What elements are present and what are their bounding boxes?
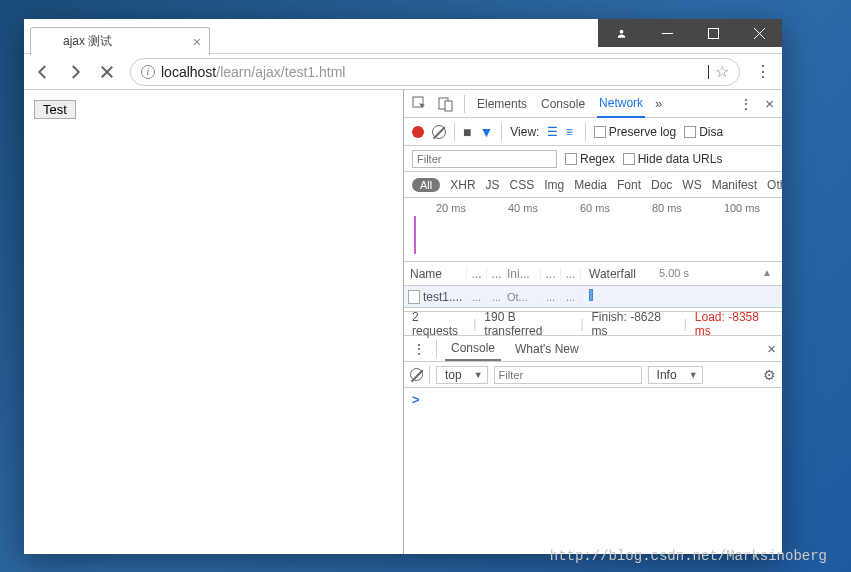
regex-checkbox[interactable]: Regex [565, 152, 615, 166]
close-button[interactable] [736, 19, 782, 47]
svg-rect-2 [708, 28, 718, 38]
type-other[interactable]: Other [767, 178, 782, 192]
test-button[interactable]: Test [34, 100, 76, 119]
svg-point-0 [619, 29, 623, 33]
url-input[interactable]: i localhost/learn/ajax/test1.html ☆ [130, 58, 740, 86]
tab-elements[interactable]: Elements [475, 91, 529, 117]
view-label: View: [510, 125, 539, 139]
disable-cache-checkbox[interactable]: Disa [684, 125, 723, 139]
more-tabs-icon[interactable]: » [655, 96, 662, 111]
network-filter-row: Regex Hide data URLs [404, 146, 782, 172]
browser-tab[interactable]: ajax 测试 × [30, 27, 210, 55]
devtools-panel: Elements Console Network » ⋮ × ■ ▼ View:… [404, 90, 782, 554]
col-initiator[interactable]: Ini... [506, 267, 540, 281]
screenshot-icon[interactable]: ■ [463, 124, 471, 140]
hide-data-urls-checkbox[interactable]: Hide data URLs [623, 152, 723, 166]
bookmark-star-icon[interactable]: ☆ [715, 62, 729, 81]
type-doc[interactable]: Doc [651, 178, 672, 192]
overview-ticks: 20 ms 40 ms 60 ms 80 ms 100 ms [404, 202, 782, 214]
svg-rect-1 [662, 33, 673, 34]
type-img[interactable]: Img [544, 178, 564, 192]
cursor-icon [708, 65, 709, 79]
window-controls [598, 19, 782, 47]
devtools-close-icon[interactable]: × [765, 95, 774, 112]
drawer-tabs: ⋮ Console What's New × [404, 336, 782, 362]
waterfall-bar [589, 289, 593, 301]
waterfall-view-icon[interactable]: ≡ [566, 125, 573, 139]
network-overview[interactable]: 20 ms 40 ms 60 ms 80 ms 100 ms [404, 198, 782, 262]
preserve-log-checkbox[interactable]: Preserve log [594, 125, 676, 139]
console-body[interactable]: > [404, 388, 782, 554]
maximize-button[interactable] [690, 19, 736, 47]
page-content: Test [24, 90, 404, 554]
devtools-menu-button[interactable]: ⋮ [737, 96, 755, 112]
titlebar: ajax 测试 × [24, 19, 782, 54]
large-rows-icon[interactable]: ☰ [547, 125, 558, 139]
user-icon[interactable] [598, 19, 644, 47]
type-font[interactable]: Font [617, 178, 641, 192]
devtools-tabs: Elements Console Network » ⋮ × [404, 90, 782, 118]
network-summary: 2 requests| 190 B transferred| Finish: -… [404, 312, 782, 336]
col-name[interactable]: Name [404, 267, 466, 281]
favicon-icon [41, 35, 55, 49]
type-ws[interactable]: WS [682, 178, 701, 192]
browser-menu-button[interactable]: ⋮ [754, 62, 772, 81]
tab-title: ajax 测试 [63, 33, 112, 50]
drawer-tab-whatsnew[interactable]: What's New [509, 338, 585, 360]
network-filter-input[interactable] [412, 150, 557, 168]
overview-marker [414, 216, 416, 254]
svg-rect-5 [445, 101, 452, 111]
log-level-selector[interactable]: Info▼ [648, 366, 703, 384]
inspect-element-icon[interactable] [412, 96, 428, 112]
context-selector[interactable]: top▼ [436, 366, 488, 384]
resource-type-filter: All XHR JS CSS Img Media Font Doc WS Man… [404, 172, 782, 198]
type-xhr[interactable]: XHR [450, 178, 475, 192]
tab-close-icon[interactable]: × [193, 34, 201, 50]
record-button[interactable] [412, 126, 424, 138]
col-status[interactable]: ... [466, 267, 486, 281]
type-media[interactable]: Media [574, 178, 607, 192]
request-table-header: Name ... ... Ini... ... ... Waterfall 5.… [404, 262, 782, 286]
tab-network[interactable]: Network [597, 90, 645, 118]
request-row[interactable]: test1.... ... ... Ot... ... ... [404, 286, 782, 308]
minimize-button[interactable] [644, 19, 690, 47]
console-clear-button[interactable] [410, 368, 423, 381]
col-size[interactable]: ... [540, 267, 560, 281]
url-text: localhost/learn/ajax/test1.html [161, 64, 698, 80]
filter-toggle-icon[interactable]: ▼ [479, 124, 493, 140]
console-filter-input[interactable] [494, 366, 642, 384]
console-toolbar: top▼ Info▼ ⚙ [404, 362, 782, 388]
browser-window: ajax 测试 × i localhost/learn/ajax/test1.h… [24, 19, 782, 554]
view-icons: ☰ ≡ [547, 125, 576, 139]
console-settings-icon[interactable]: ⚙ [763, 367, 776, 383]
tab-console[interactable]: Console [539, 91, 587, 117]
sort-indicator-icon: ▲ [762, 267, 772, 278]
type-css[interactable]: CSS [510, 178, 535, 192]
drawer-close-icon[interactable]: × [767, 340, 776, 357]
content-row: Test Elements Console Network » ⋮ × ■ ▼ [24, 90, 782, 554]
col-time[interactable]: ... [560, 267, 580, 281]
site-info-icon[interactable]: i [141, 65, 155, 79]
drawer-menu-button[interactable]: ⋮ [410, 341, 428, 357]
type-js[interactable]: JS [486, 178, 500, 192]
type-manifest[interactable]: Manifest [712, 178, 757, 192]
stop-reload-button[interactable] [98, 63, 116, 81]
back-button[interactable] [34, 63, 52, 81]
drawer-tab-console[interactable]: Console [445, 337, 501, 361]
address-bar: i localhost/learn/ajax/test1.html ☆ ⋮ [24, 54, 782, 90]
file-icon [408, 290, 420, 304]
forward-button[interactable] [66, 63, 84, 81]
type-all[interactable]: All [412, 178, 440, 192]
console-prompt-icon: > [412, 392, 420, 407]
col-waterfall[interactable]: Waterfall 5.00 s ▲ [580, 267, 782, 281]
clear-button[interactable] [432, 125, 446, 139]
device-mode-icon[interactable] [438, 96, 454, 112]
network-toolbar: ■ ▼ View: ☰ ≡ Preserve log Disa [404, 118, 782, 146]
col-type[interactable]: ... [486, 267, 506, 281]
